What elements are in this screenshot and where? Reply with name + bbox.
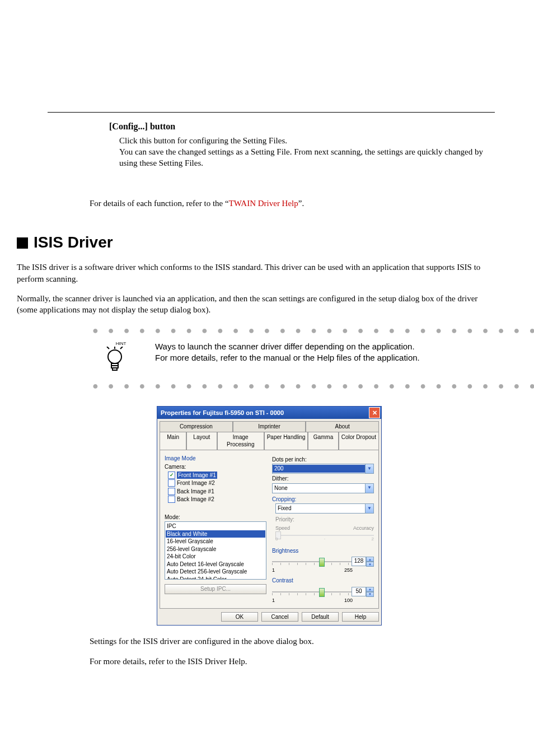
check-back-image-1[interactable]: Back Image #1 [168,488,266,496]
mode-item-4[interactable]: 24-bit Color [166,553,265,561]
contrast-max: 100 [344,597,353,604]
tab-color-dropout[interactable]: Color Dropout [339,432,379,450]
mode-item-1[interactable]: Black and White [166,530,265,538]
dot-divider-top: ● ● ● ● ● ● ● ● ● ● ● ● ● ● ● ● ● ● ● ● … [92,324,495,337]
tab-paper-handling[interactable]: Paper Handling [264,432,308,450]
svg-rect-6 [113,368,117,370]
config-button-text-2: You can save the changed settings as a S… [119,146,495,169]
hint-icon: HINT [104,341,138,376]
isis-driver-heading-text: ISIS Driver [34,234,113,251]
priority-accuracy: Accuracy [353,525,374,531]
svg-line-1 [107,347,109,349]
mode-item-0[interactable]: IPC [166,522,265,530]
tab-imprinter[interactable]: Imprinter [233,421,306,432]
contrast-min: 1 [272,597,275,604]
mode-label: Mode: [165,514,266,521]
isis-properties-dialog: Properties for Fujitsu fi-5950 on STI - … [157,406,382,626]
check-front-image-1-label: Front Image #1 [177,472,217,479]
isis-paragraph-1: The ISIS driver is a software driver whi… [17,262,495,284]
chevron-down-icon[interactable]: ▼ [365,504,373,513]
check-front-image-2[interactable]: Front Image #2 [168,479,266,487]
priority-slider[interactable]: 0·2 [275,531,374,540]
check-front-image-1[interactable]: ✓Front Image #1 [168,472,266,479]
dither-combo[interactable]: None ▼ [272,483,374,493]
camera-label: Camera: [165,463,266,471]
svg-point-0 [108,350,121,363]
default-button[interactable]: Default [302,612,339,622]
image-mode-label: Image Mode [165,455,266,463]
spin-down-icon[interactable]: ▼ [366,592,374,597]
tab-about[interactable]: About [306,421,379,432]
priority-label: Priority: [275,516,374,524]
tab-compression[interactable]: Compression [160,421,233,432]
dpi-combo[interactable]: 200 ▼ [272,464,374,474]
dpi-label: Dots per inch: [272,456,374,464]
chevron-down-icon[interactable]: ▼ [365,464,373,473]
check-back-image-2-label: Back Image #2 [177,496,214,503]
tab-layout[interactable]: Layout [186,432,217,450]
isis-paragraph-2: Normally, the scanner driver is launched… [17,293,495,316]
cropping-value: Fixed [276,505,365,512]
brightness-max: 255 [344,567,353,573]
mode-listbox[interactable]: IPC Black and White 16-level Grayscale 2… [165,521,266,580]
mode-item-3[interactable]: 256-level Grayscale [166,545,265,553]
ok-button[interactable]: OK [221,612,258,622]
cancel-button[interactable]: Cancel [261,612,298,622]
mode-item-5[interactable]: Auto Detect 16-level Grayscale [166,561,265,568]
setup-ipc-button[interactable]: Setup IPC... [165,584,266,594]
tab-main[interactable]: Main [160,432,186,450]
details-prefix: For details of each function, refer to t… [90,199,229,208]
dialog-titlebar: Properties for Fujitsu fi-5950 on STI - … [157,407,381,419]
chevron-down-icon[interactable]: ▼ [365,484,373,493]
dither-label: Dither: [272,475,374,483]
mode-item-6[interactable]: Auto Detect 256-level Grayscale [166,568,265,576]
config-button-section: [Config...] button Click this button for… [109,120,495,169]
after-dialog-text-1: Settings for the ISIS driver are configu… [90,636,495,647]
brightness-label: Brightness [272,547,374,555]
tab-gamma[interactable]: Gamma [308,432,338,450]
dpi-value: 200 [273,465,365,473]
details-suffix: ”. [298,199,304,208]
mode-item-2[interactable]: 16-level Grayscale [166,538,265,545]
dither-value: None [273,484,365,492]
contrast-value[interactable]: 50 [352,587,366,596]
spin-down-icon[interactable]: ▼ [366,562,374,567]
spin-up-icon[interactable]: ▲ [366,587,374,592]
scan-settings-panel: Dots per inch: 200 ▼ Dither: None ▼ Crop… [272,455,374,604]
dialog-title: Properties for Fujitsu fi-5950 on STI - … [161,409,284,417]
square-bullet-icon [17,237,28,249]
contrast-slider[interactable]: 50 ▲▼ [272,587,374,597]
priority-tick-0: 0 [275,536,278,543]
config-button-text-1: Click this button for configuring the Se… [119,135,495,146]
spin-up-icon[interactable]: ▲ [366,557,374,562]
hint-label: HINT [104,341,138,347]
priority-tick-2: 2 [372,536,374,543]
tab-image-processing[interactable]: Image Processing [217,432,264,450]
hint-text-2: For more details, refer to the manual or… [155,352,420,363]
horizontal-rule [48,112,495,113]
check-back-image-2[interactable]: Back Image #2 [168,496,266,503]
details-line: For details of each function, refer to t… [90,198,495,209]
cropping-label: Cropping: [272,496,374,503]
hint-text-1: Ways to launch the scanner driver differ… [155,341,420,352]
after-dialog-text-2: For more details, refer to the ISIS Driv… [90,656,495,667]
mode-item-7[interactable]: Auto Detect 24-bit Color [166,576,265,580]
cropping-combo[interactable]: Fixed ▼ [275,503,374,514]
svg-line-2 [120,347,123,349]
twain-help-link[interactable]: TWAIN Driver Help [229,199,298,208]
hint-block: HINT Ways to launch the scanner driver d… [104,341,495,376]
config-button-heading: [Config...] button [109,120,495,133]
dot-divider-bottom: ● ● ● ● ● ● ● ● ● ● ● ● ● ● ● ● ● ● ● ● … [92,379,495,393]
brightness-min: 1 [272,567,275,573]
isis-driver-heading: ISIS Driver [17,232,495,253]
help-button[interactable]: Help [342,612,379,622]
contrast-label: Contrast [272,577,374,585]
priority-speed: Speed [275,525,290,531]
image-mode-panel: Image Mode Camera: ✓Front Image #1 Front… [165,455,266,604]
brightness-slider[interactable]: 128 ▲▼ [272,557,374,567]
brightness-value[interactable]: 128 [352,557,366,566]
close-icon[interactable]: ✕ [369,407,380,418]
check-front-image-2-label: Front Image #2 [177,479,215,487]
check-back-image-1-label: Back Image #1 [177,488,214,496]
